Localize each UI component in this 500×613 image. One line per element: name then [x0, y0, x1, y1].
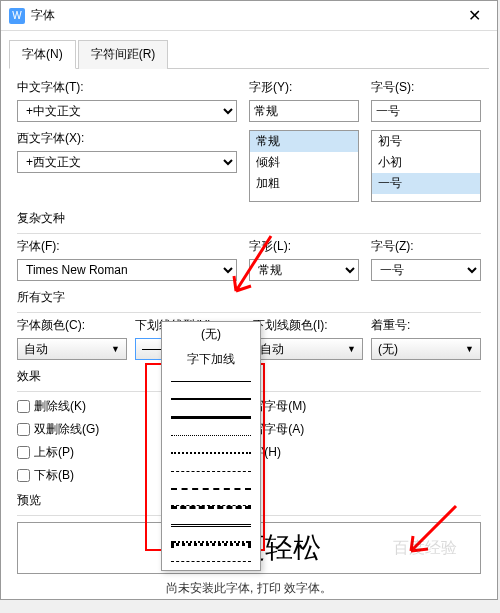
style-listbox[interactable]: 常规 倾斜 加粗	[249, 130, 359, 202]
complex-size-label: 字号(Z):	[371, 238, 481, 255]
titlebar: W 字体 ✕	[1, 1, 497, 31]
font-note: 尚未安装此字体, 打印 效字体。	[17, 580, 481, 597]
menu-item-line[interactable]	[162, 390, 260, 408]
list-item[interactable]: 一号	[372, 173, 480, 194]
menu-item-line[interactable]	[162, 498, 260, 516]
size-label: 字号(S):	[371, 79, 481, 96]
tab-bar: 字体(N) 字符间距(R)	[9, 39, 489, 69]
list-item[interactable]: 常规	[250, 131, 358, 152]
emphasis-label: 着重号:	[371, 317, 481, 334]
underline-dropdown-menu[interactable]: (无) 字下加线	[161, 321, 261, 571]
tab-spacing[interactable]: 字符间距(R)	[78, 40, 169, 69]
west-font-select[interactable]: +西文正文	[17, 151, 237, 173]
menu-item-line[interactable]	[162, 372, 260, 390]
style-label: 字形(Y):	[249, 79, 359, 96]
size-listbox[interactable]: 初号 小初 一号	[371, 130, 481, 202]
menu-item-line[interactable]	[162, 552, 260, 570]
close-icon[interactable]: ✕	[460, 4, 489, 27]
font-color-label: 字体颜色(C):	[17, 317, 127, 334]
chevron-down-icon: ▼	[111, 344, 120, 354]
divider	[17, 312, 481, 313]
menu-item-line[interactable]	[162, 462, 260, 480]
menu-item-line[interactable]	[162, 444, 260, 462]
complex-font-label: 字体(F):	[17, 238, 237, 255]
cn-font-label: 中文字体(T):	[17, 79, 237, 96]
underline-color-dropdown[interactable]: 自动▼	[253, 338, 363, 360]
menu-item-none[interactable]: (无)	[162, 322, 260, 347]
font-dialog: W 字体 ✕ 字体(N) 字符间距(R) 中文字体(T): +中文正文 字形(Y…	[0, 0, 498, 600]
list-item[interactable]: 加粗	[250, 173, 358, 194]
list-item[interactable]: 倾斜	[250, 152, 358, 173]
complex-size-select[interactable]: 一号	[371, 259, 481, 281]
complex-style-select[interactable]: 常规	[249, 259, 359, 281]
underline-color-label: 下划线颜色(I):	[253, 317, 363, 334]
chevron-down-icon: ▼	[465, 344, 474, 354]
list-item[interactable]: 初号	[372, 131, 480, 152]
menu-item-line[interactable]	[162, 408, 260, 426]
tab-font[interactable]: 字体(N)	[9, 40, 76, 69]
cn-font-select[interactable]: +中文正文	[17, 100, 237, 122]
check-double-strike[interactable]: 双删除线(G)	[17, 421, 99, 438]
style-input[interactable]	[249, 100, 359, 122]
font-color-dropdown[interactable]: 自动▼	[17, 338, 127, 360]
complex-section-title: 复杂文种	[17, 210, 481, 227]
menu-item-line[interactable]	[162, 516, 260, 534]
complex-style-label: 字形(L):	[249, 238, 359, 255]
menu-item-words[interactable]: 字下加线	[162, 347, 260, 372]
app-icon: W	[9, 8, 25, 24]
list-item[interactable]: 小初	[372, 152, 480, 173]
check-superscript[interactable]: 上标(P)	[17, 444, 99, 461]
complex-font-select[interactable]: Times New Roman	[17, 259, 237, 281]
menu-item-line[interactable]	[162, 426, 260, 444]
check-subscript[interactable]: 下标(B)	[17, 467, 99, 484]
window-title: 字体	[31, 7, 460, 24]
check-strikethrough[interactable]: 删除线(K)	[17, 398, 99, 415]
menu-item-line[interactable]	[162, 480, 260, 498]
west-font-label: 西文字体(X):	[17, 130, 237, 147]
size-input[interactable]	[371, 100, 481, 122]
all-text-title: 所有文字	[17, 289, 481, 306]
emphasis-dropdown[interactable]: (无)▼	[371, 338, 481, 360]
divider	[17, 233, 481, 234]
chevron-down-icon: ▼	[347, 344, 356, 354]
menu-item-line[interactable]	[162, 534, 260, 552]
